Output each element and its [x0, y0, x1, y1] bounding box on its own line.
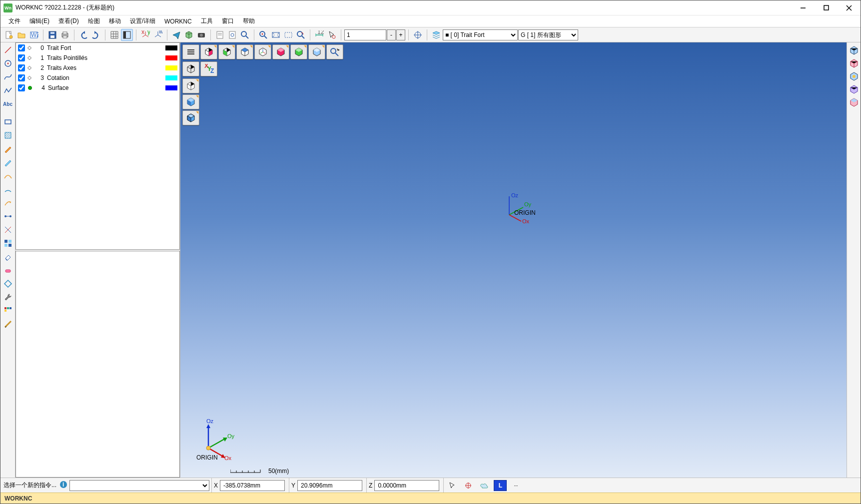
zoom-target-button[interactable]	[257, 29, 269, 41]
save-button[interactable]	[46, 29, 58, 41]
layers-icon[interactable]	[430, 29, 442, 41]
layer-visible-checkbox[interactable]	[18, 54, 25, 61]
x-coord-input[interactable]	[220, 480, 285, 491]
zoom-button[interactable]	[239, 29, 251, 41]
view-menu-button[interactable]	[182, 44, 199, 59]
menu-edit[interactable]: 编辑(E)	[25, 16, 53, 26]
cloud-mode-button[interactable]	[478, 480, 491, 491]
view-wire-cube[interactable]	[182, 61, 199, 76]
right-cube2-icon[interactable]	[848, 57, 860, 69]
pick-button[interactable]	[326, 29, 338, 41]
snap-mode-button[interactable]	[462, 480, 475, 491]
menu-move[interactable]: 移动	[105, 16, 125, 26]
menu-help[interactable]: 帮助	[239, 16, 259, 26]
text-tool[interactable]: Abc	[1, 97, 14, 110]
brush1-tool[interactable]	[1, 142, 14, 155]
close-button[interactable]	[838, 0, 861, 15]
undo-button[interactable]	[77, 29, 89, 41]
rect-tool[interactable]	[1, 115, 14, 128]
layer-visible-checkbox[interactable]	[18, 84, 25, 91]
right-cube3-icon[interactable]	[848, 70, 860, 82]
polyline-tool[interactable]	[1, 84, 14, 97]
send-button[interactable]	[170, 29, 182, 41]
menu-view[interactable]: 查看(D)	[54, 16, 83, 26]
z-coord-input[interactable]	[374, 480, 439, 491]
view-shaded-edges[interactable]	[182, 110, 199, 125]
zoom-fit-button[interactable]	[270, 29, 282, 41]
arc-tool[interactable]	[1, 183, 14, 196]
viewport[interactable]: XYZ Oz Oy Ox	[180, 42, 847, 478]
view-iso-blue2[interactable]	[308, 44, 325, 59]
right-cube4-icon[interactable]	[848, 83, 860, 95]
grid-icon[interactable]	[1, 237, 14, 250]
intersect-tool[interactable]	[1, 223, 14, 236]
command-combo[interactable]	[69, 480, 209, 491]
scale-input[interactable]	[344, 29, 386, 40]
view-iso-axes[interactable]	[254, 44, 271, 59]
layer-row[interactable]: 4 Surface	[16, 83, 179, 93]
shaded-cube-button[interactable]	[183, 29, 195, 41]
circle-tool[interactable]	[1, 57, 14, 70]
dim-button[interactable]: 12	[313, 29, 325, 41]
layer-color-swatch[interactable]	[165, 65, 177, 70]
new-file-button[interactable]	[3, 29, 15, 41]
view-iso-red2[interactable]	[272, 44, 289, 59]
layer-combo[interactable]: ■ [ 0] Trait Fort	[443, 29, 518, 40]
erase-tool[interactable]	[1, 250, 14, 263]
layer-visible-checkbox[interactable]	[18, 44, 25, 51]
cursor-mode-button[interactable]	[446, 480, 459, 491]
camera-button[interactable]	[195, 29, 207, 41]
doc1-button[interactable]	[214, 29, 226, 41]
layer-color-swatch[interactable]	[165, 45, 177, 50]
layer-visible-checkbox[interactable]	[18, 74, 25, 81]
wrench-tool[interactable]	[1, 291, 14, 304]
grid-button[interactable]	[108, 29, 120, 41]
hatch-tool[interactable]	[1, 129, 14, 142]
layer-visible-checkbox[interactable]	[18, 64, 25, 71]
layer-row[interactable]: 2 Traits Axes	[16, 63, 179, 73]
curve-tool[interactable]	[1, 169, 14, 182]
view-wireframe[interactable]	[182, 78, 199, 93]
wz-button[interactable]: WZ	[28, 29, 40, 41]
layer-row[interactable]: 1 Traits Pointillés	[16, 53, 179, 63]
layer-color-swatch[interactable]	[165, 75, 177, 80]
menu-window[interactable]: 窗口	[218, 16, 238, 26]
layer-row[interactable]: 3 Cotation	[16, 73, 179, 83]
draft-tool[interactable]	[1, 318, 14, 331]
open-file-button[interactable]	[15, 29, 27, 41]
point-tool[interactable]	[1, 210, 14, 223]
layer-row[interactable]: 0 Trait Fort	[16, 43, 179, 53]
menu-draw[interactable]: 绘图	[84, 16, 104, 26]
arrow-tool[interactable]	[1, 196, 14, 209]
doc2-button[interactable]	[226, 29, 238, 41]
spline-tool[interactable]	[1, 70, 14, 83]
y-coord-input[interactable]	[297, 480, 362, 491]
menu-worknc[interactable]: WORKNC	[160, 17, 196, 26]
layer-color-swatch[interactable]	[165, 55, 177, 60]
colors-tool[interactable]	[1, 304, 14, 317]
group-combo[interactable]: G [ 1] 所有图形	[518, 29, 578, 40]
right-cube1-icon[interactable]	[848, 44, 860, 56]
axis-xy-button[interactable]: xy	[139, 29, 151, 41]
layer-color-swatch[interactable]	[165, 85, 177, 90]
print-button[interactable]	[59, 29, 71, 41]
view-xyz-button[interactable]: XYZ	[200, 61, 217, 76]
view-iso-red[interactable]	[200, 44, 217, 59]
eraser-tool[interactable]	[1, 264, 14, 277]
view-shaded[interactable]	[182, 94, 199, 109]
view-iso-green2[interactable]	[290, 44, 307, 59]
view-zoom-select[interactable]	[326, 44, 343, 59]
snap-center-button[interactable]	[412, 29, 424, 41]
redo-button[interactable]	[90, 29, 102, 41]
axis-w-button[interactable]: w	[152, 29, 164, 41]
view-iso-blue[interactable]	[236, 44, 253, 59]
panel-toggle-button[interactable]	[121, 29, 133, 41]
brush2-tool[interactable]	[1, 156, 14, 169]
scale-plus-button[interactable]: +	[396, 29, 405, 40]
minimize-button[interactable]	[792, 0, 815, 15]
menu-settings[interactable]: 设置/详细	[126, 16, 159, 26]
zoom-prev-button[interactable]	[295, 29, 307, 41]
maximize-button[interactable]	[815, 0, 838, 15]
menu-file[interactable]: 文件	[4, 16, 24, 26]
diamond-tool[interactable]	[1, 277, 14, 290]
